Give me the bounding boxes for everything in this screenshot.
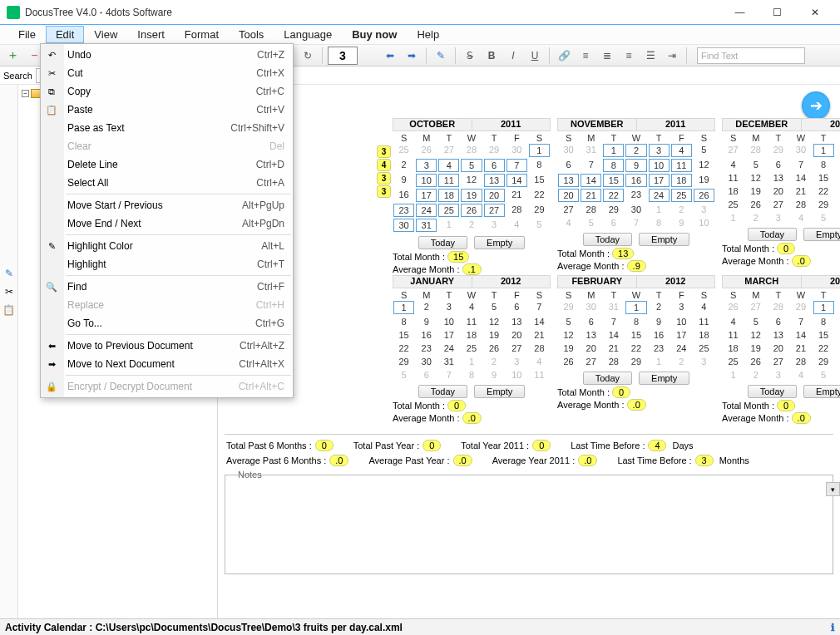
day[interactable]: 1 bbox=[813, 301, 834, 314]
italic-icon[interactable]: I bbox=[504, 47, 522, 65]
day[interactable]: 26 bbox=[744, 355, 767, 368]
day-other[interactable]: 5 bbox=[813, 211, 835, 224]
day-other[interactable]: 8 bbox=[460, 368, 482, 381]
day[interactable]: 13 bbox=[558, 174, 579, 187]
day-other[interactable]: 7 bbox=[437, 368, 460, 381]
day-other[interactable]: 4 bbox=[789, 368, 812, 381]
day[interactable]: 2 bbox=[835, 300, 840, 313]
link-icon[interactable]: 🔗 bbox=[555, 47, 573, 65]
day[interactable]: 20 bbox=[580, 342, 602, 355]
day-other[interactable]: 1 bbox=[648, 355, 670, 368]
day[interactable]: 28 bbox=[602, 355, 625, 368]
day-other[interactable]: 28 bbox=[460, 143, 482, 156]
day[interactable]: 7 bbox=[602, 315, 625, 328]
align-center-icon[interactable]: ≣ bbox=[598, 47, 616, 65]
menuitem-select-all[interactable]: Select AllCtrl+A bbox=[41, 174, 293, 192]
day-other[interactable]: 3 bbox=[767, 368, 789, 381]
day[interactable]: 17 bbox=[437, 328, 460, 342]
info-icon[interactable]: ℹ bbox=[831, 622, 835, 633]
align-left-icon[interactable]: ≡ bbox=[576, 47, 595, 65]
day[interactable]: 13 bbox=[506, 315, 528, 328]
day[interactable]: 6 bbox=[580, 315, 602, 328]
day[interactable]: 28 bbox=[528, 342, 551, 355]
day[interactable]: 21 bbox=[789, 342, 812, 355]
day[interactable]: 14 bbox=[789, 171, 812, 185]
day[interactable]: 24 bbox=[437, 342, 460, 355]
day[interactable]: 11 bbox=[693, 315, 715, 328]
day[interactable]: 18 bbox=[693, 328, 715, 342]
day[interactable]: 29 bbox=[528, 203, 551, 216]
minimize-button[interactable]: — bbox=[721, 1, 758, 24]
day[interactable]: 19 bbox=[744, 185, 767, 198]
menu-format[interactable]: Format bbox=[175, 26, 229, 43]
day[interactable]: 7 bbox=[506, 159, 527, 172]
day-other[interactable]: 3 bbox=[506, 355, 528, 368]
day-other[interactable]: 3 bbox=[483, 218, 506, 231]
day-other[interactable]: 2 bbox=[670, 203, 693, 216]
menu-insert[interactable]: Insert bbox=[127, 26, 175, 43]
day[interactable]: 25 bbox=[722, 355, 744, 368]
day[interactable]: 25 bbox=[693, 342, 715, 355]
day-other[interactable]: 25 bbox=[393, 143, 415, 156]
day[interactable]: 11 bbox=[438, 174, 459, 187]
day[interactable]: 5 bbox=[744, 158, 767, 171]
strike-icon[interactable]: S̶ bbox=[461, 47, 479, 65]
day[interactable]: 15 bbox=[813, 328, 835, 342]
day-other[interactable]: 4 bbox=[789, 211, 812, 224]
day[interactable]: 4 bbox=[722, 315, 744, 328]
day[interactable]: 23 bbox=[393, 204, 414, 217]
day-other[interactable]: 1 bbox=[460, 355, 482, 368]
cal-year[interactable]: 2012 bbox=[472, 276, 551, 288]
day-other[interactable]: 1 bbox=[437, 218, 460, 231]
underline-icon[interactable]: U bbox=[526, 47, 544, 65]
day[interactable]: 27 bbox=[484, 204, 505, 217]
empty-button[interactable]: Empty bbox=[474, 385, 525, 398]
day[interactable]: 22 bbox=[603, 189, 624, 202]
maximize-button[interactable]: ☐ bbox=[758, 1, 796, 24]
day[interactable]: 27 bbox=[767, 355, 789, 368]
empty-button[interactable]: Empty bbox=[803, 228, 840, 241]
back-icon[interactable]: ⬅ bbox=[381, 47, 399, 65]
day-other[interactable]: 10 bbox=[693, 216, 715, 229]
menuitem-move-to-previous-document[interactable]: ⬅Move to Previous DocumentCtrl+Alt+Z bbox=[41, 337, 293, 355]
day[interactable]: 11 bbox=[671, 159, 692, 172]
day-other[interactable]: 2 bbox=[460, 218, 482, 231]
day[interactable]: 24 bbox=[416, 204, 437, 217]
day[interactable]: 4 bbox=[693, 300, 715, 313]
day[interactable]: 27 bbox=[767, 198, 789, 211]
day[interactable]: 3 bbox=[416, 159, 437, 172]
empty-button[interactable]: Empty bbox=[639, 233, 689, 246]
day[interactable]: 1 bbox=[813, 144, 834, 157]
day[interactable]: 5 bbox=[693, 143, 715, 156]
day[interactable]: 15 bbox=[603, 174, 624, 187]
day[interactable]: 13 bbox=[767, 328, 789, 342]
day[interactable]: 8 bbox=[393, 315, 415, 328]
day[interactable]: 13 bbox=[580, 328, 602, 342]
notes-textarea[interactable] bbox=[225, 475, 833, 574]
cal-month[interactable]: JANUARY bbox=[393, 276, 472, 288]
day-other[interactable]: 5 bbox=[528, 218, 551, 231]
day-other[interactable]: 10 bbox=[506, 368, 528, 381]
day[interactable]: 14 bbox=[528, 315, 551, 328]
menuitem-delete-line[interactable]: Delete LineCtrl+D bbox=[41, 155, 293, 174]
day-other[interactable]: 6 bbox=[415, 368, 437, 381]
menuitem-undo[interactable]: ↶UndoCtrl+Z bbox=[41, 46, 293, 64]
menu-file[interactable]: File bbox=[8, 26, 46, 43]
cal-year[interactable]: 2011 bbox=[637, 119, 715, 130]
day[interactable]: 22 bbox=[528, 188, 551, 201]
day[interactable]: 27 bbox=[557, 203, 580, 216]
day[interactable]: 18 bbox=[722, 185, 744, 198]
day-other[interactable]: 29 bbox=[483, 143, 506, 156]
menu-edit[interactable]: Edit bbox=[46, 26, 84, 43]
day[interactable]: 22 bbox=[813, 185, 835, 198]
day[interactable]: 24 bbox=[670, 342, 693, 355]
menu-help[interactable]: Help bbox=[407, 26, 449, 43]
day[interactable]: 12 bbox=[744, 328, 767, 342]
day[interactable]: 16 bbox=[415, 328, 437, 342]
day[interactable]: 11 bbox=[722, 171, 744, 185]
day[interactable]: 9 bbox=[835, 315, 840, 328]
day-other[interactable]: 29 bbox=[789, 300, 812, 313]
day-other[interactable]: 6 bbox=[835, 211, 840, 224]
day-other[interactable]: 2 bbox=[483, 355, 506, 368]
day-other[interactable]: 30 bbox=[580, 300, 602, 313]
